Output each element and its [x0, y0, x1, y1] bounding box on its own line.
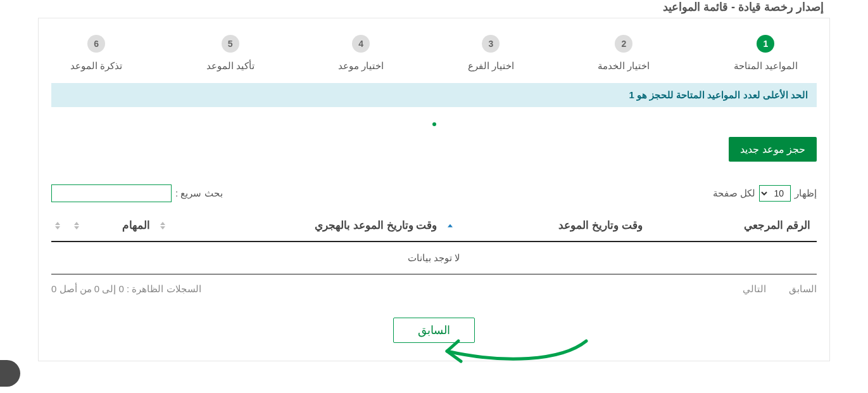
step-5-circle: 5	[222, 35, 239, 53]
step-2[interactable]: 2 اختيار الخدمة	[598, 35, 650, 72]
loading-dot-icon	[432, 122, 436, 126]
back-row: السابق	[51, 295, 817, 345]
col-date-time[interactable]: وقت وتاريخ الموعد	[444, 210, 649, 242]
step-3[interactable]: 3 اختيار الفرع	[468, 35, 514, 72]
stepper: 1 المواعيد المتاحة 2 اختيار الخدمة 3 اخت…	[51, 29, 817, 83]
quick-search-input[interactable]	[51, 184, 172, 202]
alert-max-bookings: الحد الأعلى لعدد المواعيد المتاحة للحجز …	[51, 83, 817, 107]
step-1[interactable]: 1 المواعيد المتاحة	[734, 35, 798, 72]
actions-row: حجز موعد جديد	[51, 133, 817, 178]
col-expand[interactable]	[51, 210, 70, 242]
col-hijri-date-time-label: وقت وتاريخ الموعد بالهجري	[315, 219, 437, 231]
step-5[interactable]: 5 تأكيد الموعد	[206, 35, 255, 72]
pager-row: السابق التالي السجلات الظاهرة : 0 إلى 0 …	[51, 274, 817, 295]
col-date-time-label: وقت وتاريخ الموعد	[558, 219, 642, 231]
records-info: السجلات الظاهرة : 0 إلى 0 من أصل 0	[51, 283, 201, 295]
page-length-select[interactable]: 10	[759, 185, 791, 202]
sort-icon	[160, 222, 165, 229]
step-4[interactable]: 4 اختيار موعد	[338, 35, 384, 72]
appointments-table: الرقم المرجعي وقت وتاريخ الموعد وقت وتار…	[51, 210, 817, 274]
table-empty-row: لا توجد بيانات	[51, 242, 817, 274]
chat-widget-button[interactable]	[0, 360, 20, 387]
sort-asc-icon	[448, 224, 453, 227]
page-length-control: إظهار 10 لكل صفحة	[713, 185, 817, 202]
step-6[interactable]: 6 تذكرة الموعد	[70, 35, 122, 72]
page-title: إصدار رخصة قيادة - قائمة المواعيد	[38, 0, 830, 18]
col-ref-number-label: الرقم المرجعي	[744, 219, 810, 231]
table-empty-text: لا توجد بيانات	[51, 242, 817, 274]
pager: السابق التالي	[733, 283, 817, 295]
step-3-circle: 3	[482, 35, 500, 53]
step-2-label: اختيار الخدمة	[598, 60, 650, 72]
step-1-circle: 1	[757, 35, 774, 53]
quick-search-control: بحث سريع :	[51, 184, 223, 202]
sort-icon	[74, 222, 79, 229]
sort-icon	[55, 222, 60, 229]
page-length-prefix: إظهار	[795, 188, 817, 199]
step-3-label: اختيار الفرع	[468, 60, 514, 72]
step-1-label: المواعيد المتاحة	[734, 60, 798, 72]
back-button[interactable]: السابق	[393, 318, 475, 343]
step-2-circle: 2	[615, 35, 632, 53]
pager-next-link[interactable]: التالي	[743, 283, 766, 294]
new-booking-button[interactable]: حجز موعد جديد	[729, 137, 817, 162]
step-4-circle: 4	[352, 35, 370, 53]
quick-search-label: بحث سريع :	[175, 188, 223, 199]
step-6-label: تذكرة الموعد	[70, 60, 122, 72]
main-card: 1 المواعيد المتاحة 2 اختيار الخدمة 3 اخت…	[38, 18, 830, 361]
step-4-label: اختيار موعد	[338, 60, 384, 72]
loading-indicator	[51, 107, 817, 133]
col-ref-number[interactable]: الرقم المرجعي	[649, 210, 817, 242]
step-5-label: تأكيد الموعد	[206, 60, 255, 72]
table-controls: إظهار 10 لكل صفحة بحث سريع :	[51, 178, 817, 210]
step-6-circle: 6	[87, 35, 105, 53]
page-length-suffix: لكل صفحة	[713, 188, 755, 199]
col-actions-label: المهام	[122, 219, 150, 231]
pager-prev-link[interactable]: السابق	[789, 283, 817, 294]
col-actions[interactable]: المهام	[70, 210, 156, 242]
col-hijri-date-time[interactable]: وقت وتاريخ الموعد بالهجري	[156, 210, 443, 242]
